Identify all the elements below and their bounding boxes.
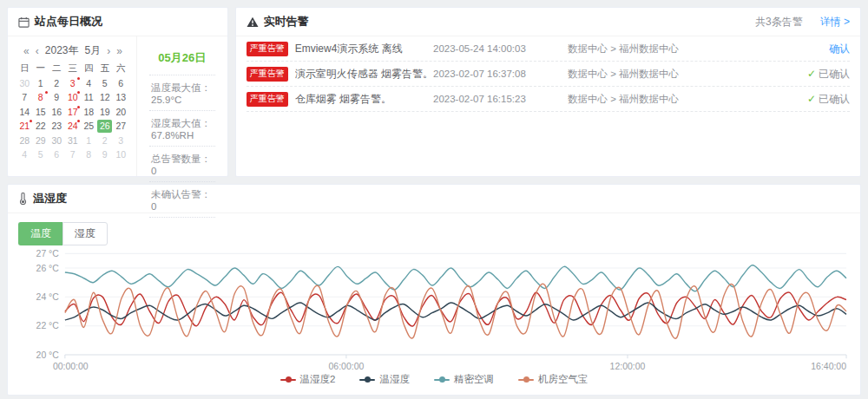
weekday-label: 四: [81, 62, 97, 76]
confirmed-status: ✓已确认: [807, 93, 850, 105]
calendar-day[interactable]: 4: [81, 76, 97, 91]
calendar-icon: [18, 16, 30, 28]
confirmed-label: 已确认: [819, 68, 850, 80]
calendar-day[interactable]: 23: [49, 119, 65, 134]
legend-label: 精密空调: [454, 373, 494, 386]
calendar-day[interactable]: 8: [33, 90, 49, 105]
alert-detail-link[interactable]: 详情 >: [820, 15, 850, 29]
svg-text:26 °C: 26 °C: [36, 262, 60, 272]
calendar-day[interactable]: 1: [81, 134, 97, 148]
next-year-button[interactable]: »: [116, 45, 122, 57]
confirmed-status: ✓已确认: [807, 68, 850, 80]
legend-item-机房空气宝[interactable]: 机房空气宝: [518, 373, 589, 386]
calendar-day[interactable]: 22: [33, 119, 49, 134]
calendar-day[interactable]: 9: [49, 90, 65, 105]
alert-title: 仓库烟雾 烟雾告警。: [295, 92, 433, 107]
calendar-day[interactable]: 2: [97, 134, 114, 148]
thermometer-icon: [18, 193, 28, 205]
day-number: 12: [100, 92, 110, 102]
day-number: 8: [38, 92, 43, 102]
prev-year-button[interactable]: «: [23, 45, 30, 57]
calendar-day[interactable]: 29: [33, 134, 49, 148]
weekday-label: 日: [16, 62, 33, 76]
day-number: 6: [118, 78, 123, 88]
stat-label: 湿度最大值：: [151, 118, 211, 128]
calendar-day[interactable]: 20: [113, 105, 129, 120]
temp-humidity-panel: 温湿度 温度湿度 20 °C22 °C24 °C26 °C27 °C00:00:…: [7, 184, 861, 396]
calendar-day[interactable]: 17: [65, 105, 82, 120]
calendar-day[interactable]: 30: [49, 134, 65, 148]
tab-temperature[interactable]: 温度: [18, 222, 62, 245]
svg-text:00:00:00: 00:00:00: [53, 361, 89, 371]
day-number: 10: [68, 92, 78, 102]
daily-stats: 05月26日 温度最大值： 25.9°C湿度最大值： 67.8%RH总告警数量：…: [136, 36, 227, 176]
calendar-day[interactable]: 3: [65, 76, 82, 91]
alert-count: 共3条告警: [755, 15, 803, 29]
check-icon: ✓: [807, 93, 816, 105]
calendar-day[interactable]: 10: [113, 147, 129, 162]
calendar-day[interactable]: 3: [113, 134, 129, 148]
svg-text:20 °C: 20 °C: [36, 349, 60, 359]
day-number: 3: [118, 135, 123, 146]
calendar-day[interactable]: 16: [49, 105, 65, 120]
calendar-day[interactable]: 7: [16, 90, 33, 105]
alert-location: 数据中心 > 福州数据中心: [568, 93, 789, 106]
temp-humidity-toggle: 温度湿度: [18, 222, 860, 245]
legend-label: 机房空气宝: [538, 373, 589, 386]
day-number: 15: [36, 107, 46, 117]
calendar-day[interactable]: 31: [65, 134, 82, 148]
alarm-dot-icon: [30, 120, 32, 122]
calendar-day[interactable]: 5: [33, 147, 49, 162]
stat-row: 总告警数量： 0: [149, 146, 215, 181]
calendar-day[interactable]: 27: [113, 119, 129, 134]
calendar-day[interactable]: 6: [49, 147, 65, 162]
calendar-day[interactable]: 10: [65, 90, 82, 105]
day-number: 18: [83, 107, 94, 117]
temp-chart-svg[interactable]: 20 °C22 °C24 °C26 °C27 °C00:00:0006:00:0…: [11, 247, 857, 373]
calendar-day[interactable]: 24: [65, 119, 82, 134]
day-number: 11: [84, 92, 94, 102]
calendar-day[interactable]: 12: [97, 90, 114, 105]
severity-badge: 严重告警: [247, 42, 288, 56]
calendar-day[interactable]: 5: [97, 76, 114, 91]
day-number: 7: [70, 149, 76, 160]
calendar-day[interactable]: 26: [97, 119, 114, 134]
calendar-day[interactable]: 25: [81, 119, 97, 134]
calendar-day[interactable]: 9: [97, 147, 114, 162]
calendar-day[interactable]: 11: [81, 90, 97, 105]
calendar-day[interactable]: 19: [97, 105, 114, 120]
calendar-day[interactable]: 2: [49, 76, 65, 91]
calendar-day[interactable]: 13: [113, 90, 129, 105]
calendar-day[interactable]: 1: [33, 76, 49, 91]
legend-item-温湿度[interactable]: 温湿度: [359, 373, 410, 386]
svg-text:16:40:00: 16:40:00: [811, 361, 846, 371]
day-number: 6: [54, 149, 59, 160]
confirm-button[interactable]: 确认: [829, 43, 850, 55]
tab-humidity[interactable]: 湿度: [62, 222, 108, 245]
alert-location: 数据中心 > 福州数据中心: [568, 43, 789, 56]
severity-badge: 严重告警: [247, 67, 288, 82]
next-month-button[interactable]: ›: [107, 45, 110, 57]
calendar-day[interactable]: 14: [16, 105, 33, 120]
calendar-month-label: 5月: [85, 43, 102, 58]
calendar-day[interactable]: 8: [81, 147, 97, 162]
prev-month-button[interactable]: ‹: [36, 45, 39, 57]
weekday-label: 三: [65, 62, 82, 76]
calendar-nav: « ‹ 2023年 5月 › »: [16, 42, 129, 62]
legend-item-精密空调[interactable]: 精密空调: [434, 373, 494, 386]
calendar-day[interactable]: 21: [16, 119, 33, 134]
calendar-day[interactable]: 28: [16, 134, 33, 148]
warning-icon: [247, 16, 259, 28]
calendar-day[interactable]: 4: [16, 147, 33, 162]
day-number: 2: [102, 135, 108, 146]
day-number: 19: [100, 107, 110, 117]
day-number: 23: [51, 121, 62, 131]
alert-row: 严重告警Emview4演示系统 离线2023-05-24 14:00:03数据中…: [247, 36, 850, 62]
calendar-day[interactable]: 7: [65, 147, 82, 162]
calendar-day[interactable]: 30: [16, 76, 33, 91]
calendar-day[interactable]: 15: [33, 105, 49, 120]
calendar-day[interactable]: 6: [113, 76, 129, 91]
day-number: 17: [68, 107, 78, 117]
calendar-day[interactable]: 18: [81, 105, 97, 120]
legend-item-温湿度2[interactable]: 温湿度2: [280, 373, 336, 386]
